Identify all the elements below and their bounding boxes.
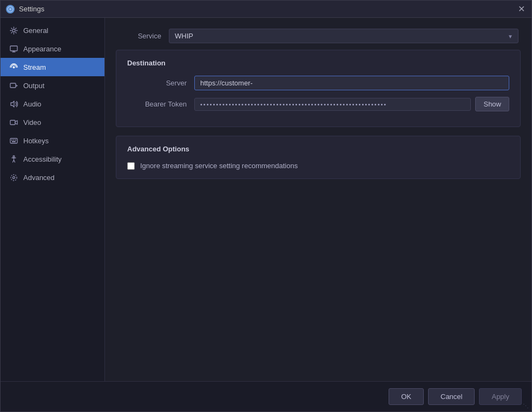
window-title: Settings [19, 5, 44, 13]
svg-rect-7 [10, 138, 17, 143]
bearer-token-input[interactable] [194, 98, 471, 111]
sidebar-item-general[interactable]: General [1, 21, 104, 39]
sidebar-label-accessibility: Accessibility [23, 155, 62, 163]
service-row: Service WHIP Twitch YouTube Custom [116, 29, 521, 43]
server-row: Server [127, 76, 509, 90]
service-select[interactable]: WHIP Twitch YouTube Custom [169, 29, 518, 43]
titlebar: Settings ✕ [1, 1, 531, 18]
video-icon [9, 118, 18, 127]
stream-icon [9, 63, 18, 71]
server-label: Server [127, 79, 187, 87]
sidebar-label-general: General [23, 26, 48, 35]
sidebar-item-accessibility[interactable]: Accessibility [1, 150, 104, 168]
sidebar-label-output: Output [23, 82, 44, 90]
ignore-recommendations-label[interactable]: Ignore streaming service setting recomme… [140, 162, 298, 170]
ok-button[interactable]: OK [389, 388, 424, 405]
bearer-token-label: Bearer Token [127, 100, 187, 108]
cancel-button[interactable]: Cancel [428, 388, 475, 405]
sidebar-label-appearance: Appearance [23, 45, 61, 53]
app-icon [6, 5, 15, 14]
sidebar-label-hotkeys: Hotkeys [23, 137, 49, 145]
svg-rect-5 [10, 83, 16, 88]
sidebar-item-hotkeys[interactable]: Hotkeys [1, 131, 104, 150]
sidebar-label-stream: Stream [23, 63, 46, 71]
destination-title: Destination [127, 59, 509, 67]
svg-point-14 [11, 175, 17, 181]
audio-icon [9, 99, 18, 108]
hotkeys-icon [9, 136, 18, 145]
sidebar: General Appearance [1, 18, 105, 381]
token-row: Show [194, 97, 509, 111]
destination-section: Destination Server Bearer Token Show [116, 50, 521, 127]
service-label: Service [118, 32, 161, 40]
main-panel: Service WHIP Twitch YouTube Custom Desti… [105, 18, 531, 381]
svg-point-13 [12, 176, 15, 178]
sidebar-label-advanced: Advanced [23, 174, 55, 182]
svg-point-2 [12, 29, 15, 32]
advanced-icon [9, 173, 18, 182]
content-area: General Appearance [1, 18, 531, 381]
svg-point-12 [13, 156, 15, 157]
resize-handle[interactable]: ⋱ [523, 403, 529, 410]
svg-rect-8 [11, 139, 12, 141]
svg-point-4 [12, 66, 15, 68]
sidebar-item-output[interactable]: Output [1, 76, 104, 95]
sidebar-label-audio: Audio [23, 100, 41, 108]
apply-button[interactable]: Apply [479, 388, 522, 405]
sidebar-item-audio[interactable]: Audio [1, 95, 104, 113]
monitor-icon [9, 44, 18, 53]
sidebar-label-video: Video [23, 118, 41, 127]
output-icon [9, 81, 18, 90]
svg-rect-3 [10, 46, 17, 51]
sidebar-item-stream[interactable]: Stream [1, 58, 104, 76]
ignore-recommendations-checkbox[interactable] [127, 162, 135, 170]
titlebar-left: Settings [6, 5, 44, 14]
sidebar-item-appearance[interactable]: Appearance [1, 39, 104, 58]
advanced-options-title: Advanced Options [127, 145, 509, 153]
gear-icon [9, 26, 18, 35]
close-button[interactable]: ✕ [516, 4, 526, 14]
sidebar-item-video[interactable]: Video [1, 113, 104, 131]
sidebar-item-advanced[interactable]: Advanced [1, 168, 104, 187]
accessibility-icon [9, 155, 18, 163]
svg-rect-10 [15, 139, 16, 141]
advanced-options-section: Advanced Options Ignore streaming servic… [116, 136, 521, 179]
bottom-bar: OK Cancel Apply [1, 381, 531, 411]
ignore-recommendations-row: Ignore streaming service setting recomme… [127, 162, 509, 170]
bearer-token-row: Bearer Token Show [127, 97, 509, 111]
settings-window: Settings ✕ General [0, 0, 532, 412]
svg-point-1 [9, 8, 11, 10]
service-select-wrapper: WHIP Twitch YouTube Custom [169, 29, 518, 43]
svg-rect-11 [12, 141, 16, 142]
svg-rect-6 [10, 120, 15, 124]
svg-rect-9 [13, 139, 14, 141]
server-input[interactable] [194, 76, 509, 90]
show-token-button[interactable]: Show [475, 97, 509, 111]
